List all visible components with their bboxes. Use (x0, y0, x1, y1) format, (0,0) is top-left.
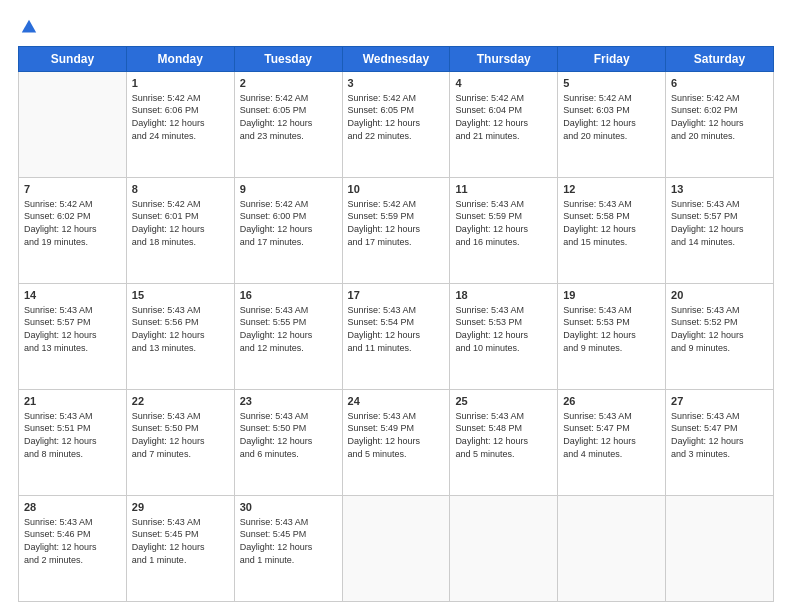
calendar-cell: 16Sunrise: 5:43 AM Sunset: 5:55 PM Dayli… (234, 284, 342, 390)
week-row-3: 14Sunrise: 5:43 AM Sunset: 5:57 PM Dayli… (19, 284, 774, 390)
day-info: Sunrise: 5:43 AM Sunset: 5:57 PM Dayligh… (24, 304, 121, 354)
weekday-header-row: SundayMondayTuesdayWednesdayThursdayFrid… (19, 47, 774, 72)
weekday-header-thursday: Thursday (450, 47, 558, 72)
calendar-cell: 8Sunrise: 5:42 AM Sunset: 6:01 PM Daylig… (126, 178, 234, 284)
calendar-cell (450, 496, 558, 602)
day-info: Sunrise: 5:43 AM Sunset: 5:45 PM Dayligh… (132, 516, 229, 566)
weekday-header-saturday: Saturday (666, 47, 774, 72)
day-number: 24 (348, 394, 445, 409)
day-number: 29 (132, 500, 229, 515)
calendar-table: SundayMondayTuesdayWednesdayThursdayFrid… (18, 46, 774, 602)
calendar-cell: 15Sunrise: 5:43 AM Sunset: 5:56 PM Dayli… (126, 284, 234, 390)
day-number: 2 (240, 76, 337, 91)
weekday-header-wednesday: Wednesday (342, 47, 450, 72)
week-row-4: 21Sunrise: 5:43 AM Sunset: 5:51 PM Dayli… (19, 390, 774, 496)
day-number: 7 (24, 182, 121, 197)
page: SundayMondayTuesdayWednesdayThursdayFrid… (0, 0, 792, 612)
calendar-cell: 5Sunrise: 5:42 AM Sunset: 6:03 PM Daylig… (558, 72, 666, 178)
day-number: 15 (132, 288, 229, 303)
weekday-header-friday: Friday (558, 47, 666, 72)
calendar-cell: 12Sunrise: 5:43 AM Sunset: 5:58 PM Dayli… (558, 178, 666, 284)
week-row-2: 7Sunrise: 5:42 AM Sunset: 6:02 PM Daylig… (19, 178, 774, 284)
calendar-cell: 9Sunrise: 5:42 AM Sunset: 6:00 PM Daylig… (234, 178, 342, 284)
calendar-cell: 1Sunrise: 5:42 AM Sunset: 6:06 PM Daylig… (126, 72, 234, 178)
day-info: Sunrise: 5:42 AM Sunset: 6:03 PM Dayligh… (563, 92, 660, 142)
calendar-cell: 4Sunrise: 5:42 AM Sunset: 6:04 PM Daylig… (450, 72, 558, 178)
day-info: Sunrise: 5:42 AM Sunset: 6:05 PM Dayligh… (348, 92, 445, 142)
day-number: 19 (563, 288, 660, 303)
svg-marker-0 (22, 20, 36, 33)
day-number: 9 (240, 182, 337, 197)
calendar-cell: 19Sunrise: 5:43 AM Sunset: 5:53 PM Dayli… (558, 284, 666, 390)
day-info: Sunrise: 5:42 AM Sunset: 6:06 PM Dayligh… (132, 92, 229, 142)
calendar-cell: 28Sunrise: 5:43 AM Sunset: 5:46 PM Dayli… (19, 496, 127, 602)
day-info: Sunrise: 5:43 AM Sunset: 5:49 PM Dayligh… (348, 410, 445, 460)
day-info: Sunrise: 5:42 AM Sunset: 6:05 PM Dayligh… (240, 92, 337, 142)
day-number: 27 (671, 394, 768, 409)
logo (18, 18, 39, 36)
day-info: Sunrise: 5:43 AM Sunset: 5:56 PM Dayligh… (132, 304, 229, 354)
day-info: Sunrise: 5:43 AM Sunset: 5:45 PM Dayligh… (240, 516, 337, 566)
calendar-cell: 2Sunrise: 5:42 AM Sunset: 6:05 PM Daylig… (234, 72, 342, 178)
day-info: Sunrise: 5:42 AM Sunset: 6:04 PM Dayligh… (455, 92, 552, 142)
day-info: Sunrise: 5:43 AM Sunset: 5:50 PM Dayligh… (132, 410, 229, 460)
calendar-cell (558, 496, 666, 602)
calendar-cell: 7Sunrise: 5:42 AM Sunset: 6:02 PM Daylig… (19, 178, 127, 284)
day-number: 18 (455, 288, 552, 303)
day-info: Sunrise: 5:43 AM Sunset: 5:47 PM Dayligh… (563, 410, 660, 460)
calendar-cell (666, 496, 774, 602)
day-info: Sunrise: 5:42 AM Sunset: 5:59 PM Dayligh… (348, 198, 445, 248)
day-number: 10 (348, 182, 445, 197)
day-number: 1 (132, 76, 229, 91)
calendar-cell: 24Sunrise: 5:43 AM Sunset: 5:49 PM Dayli… (342, 390, 450, 496)
calendar-cell: 13Sunrise: 5:43 AM Sunset: 5:57 PM Dayli… (666, 178, 774, 284)
calendar-cell: 23Sunrise: 5:43 AM Sunset: 5:50 PM Dayli… (234, 390, 342, 496)
day-info: Sunrise: 5:43 AM Sunset: 5:51 PM Dayligh… (24, 410, 121, 460)
calendar-cell: 25Sunrise: 5:43 AM Sunset: 5:48 PM Dayli… (450, 390, 558, 496)
weekday-header-sunday: Sunday (19, 47, 127, 72)
day-number: 8 (132, 182, 229, 197)
day-info: Sunrise: 5:43 AM Sunset: 5:47 PM Dayligh… (671, 410, 768, 460)
day-number: 6 (671, 76, 768, 91)
weekday-header-tuesday: Tuesday (234, 47, 342, 72)
day-number: 12 (563, 182, 660, 197)
day-number: 11 (455, 182, 552, 197)
day-number: 28 (24, 500, 121, 515)
calendar-cell: 21Sunrise: 5:43 AM Sunset: 5:51 PM Dayli… (19, 390, 127, 496)
day-number: 16 (240, 288, 337, 303)
day-info: Sunrise: 5:42 AM Sunset: 6:01 PM Dayligh… (132, 198, 229, 248)
week-row-1: 1Sunrise: 5:42 AM Sunset: 6:06 PM Daylig… (19, 72, 774, 178)
day-number: 3 (348, 76, 445, 91)
day-number: 26 (563, 394, 660, 409)
day-info: Sunrise: 5:43 AM Sunset: 5:53 PM Dayligh… (563, 304, 660, 354)
day-number: 30 (240, 500, 337, 515)
calendar-cell: 26Sunrise: 5:43 AM Sunset: 5:47 PM Dayli… (558, 390, 666, 496)
header (18, 18, 774, 36)
day-number: 20 (671, 288, 768, 303)
day-number: 23 (240, 394, 337, 409)
calendar-cell (19, 72, 127, 178)
day-number: 4 (455, 76, 552, 91)
calendar-cell: 17Sunrise: 5:43 AM Sunset: 5:54 PM Dayli… (342, 284, 450, 390)
day-number: 13 (671, 182, 768, 197)
calendar-cell: 6Sunrise: 5:42 AM Sunset: 6:02 PM Daylig… (666, 72, 774, 178)
calendar-cell (342, 496, 450, 602)
calendar-cell: 22Sunrise: 5:43 AM Sunset: 5:50 PM Dayli… (126, 390, 234, 496)
day-number: 21 (24, 394, 121, 409)
calendar-cell: 11Sunrise: 5:43 AM Sunset: 5:59 PM Dayli… (450, 178, 558, 284)
calendar-cell: 3Sunrise: 5:42 AM Sunset: 6:05 PM Daylig… (342, 72, 450, 178)
day-info: Sunrise: 5:43 AM Sunset: 5:55 PM Dayligh… (240, 304, 337, 354)
day-info: Sunrise: 5:43 AM Sunset: 5:57 PM Dayligh… (671, 198, 768, 248)
calendar-cell: 30Sunrise: 5:43 AM Sunset: 5:45 PM Dayli… (234, 496, 342, 602)
week-row-5: 28Sunrise: 5:43 AM Sunset: 5:46 PM Dayli… (19, 496, 774, 602)
calendar-cell: 10Sunrise: 5:42 AM Sunset: 5:59 PM Dayli… (342, 178, 450, 284)
day-number: 17 (348, 288, 445, 303)
day-info: Sunrise: 5:43 AM Sunset: 5:54 PM Dayligh… (348, 304, 445, 354)
calendar-cell: 20Sunrise: 5:43 AM Sunset: 5:52 PM Dayli… (666, 284, 774, 390)
day-info: Sunrise: 5:43 AM Sunset: 5:48 PM Dayligh… (455, 410, 552, 460)
day-info: Sunrise: 5:42 AM Sunset: 6:00 PM Dayligh… (240, 198, 337, 248)
day-info: Sunrise: 5:42 AM Sunset: 6:02 PM Dayligh… (671, 92, 768, 142)
day-number: 22 (132, 394, 229, 409)
day-number: 5 (563, 76, 660, 91)
day-number: 14 (24, 288, 121, 303)
